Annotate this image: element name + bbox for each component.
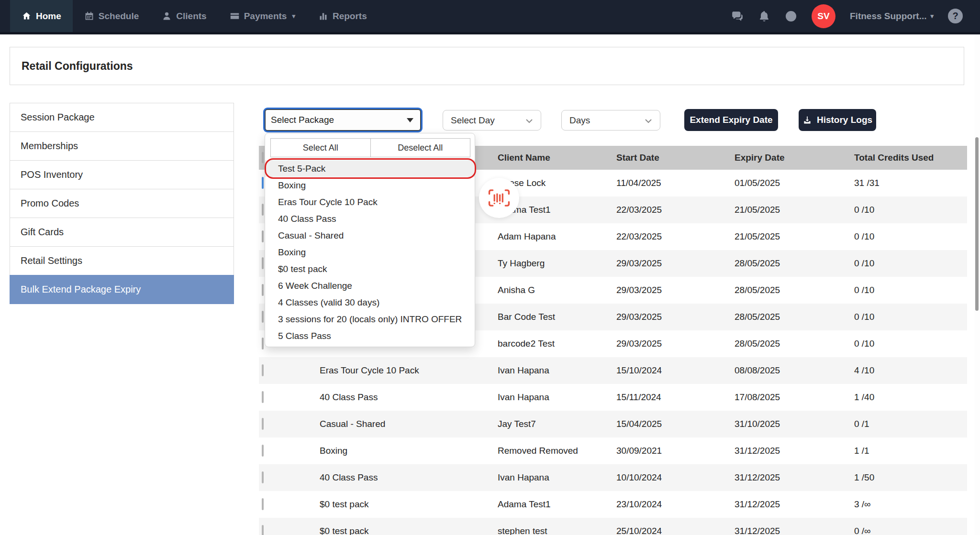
account-name: Fitness Support... [850,11,926,22]
cell-start-date: 23/10/2024 [616,499,735,510]
cell-expiry-date: 31/10/2025 [735,419,854,429]
cell-total-credits: 0 /∞ [854,526,967,535]
cell-client-name: Ivan Hapana [498,365,616,376]
barcode-icon [488,189,510,207]
nav-item-payments[interactable]: Payments ▾ [218,0,307,32]
dropdown-option-casual-shared[interactable]: Casual - Shared [265,227,475,244]
row-checkbox[interactable] [262,177,264,189]
row-checkbox[interactable] [262,284,264,296]
cell-total-credits: 0 /10 [854,205,967,215]
sidebar-item-gift-cards[interactable]: Gift Cards [10,218,234,247]
cell-client-name: Removed Removed [498,446,616,456]
row-checkbox[interactable] [262,498,264,510]
cell-total-credits: 1 /40 [854,392,967,403]
chevron-down-icon [645,115,652,126]
select-all-checkbox[interactable] [262,152,264,164]
sidebar-item-retail-settings[interactable]: Retail Settings [10,246,234,275]
cell-client-name: Anisha G [498,285,616,295]
dropdown-option-0-test-pack[interactable]: $0 test pack [265,261,475,277]
history-logs-button[interactable]: History Logs [799,109,876,131]
package-select[interactable]: Select Package [265,109,421,131]
deselect-all-button[interactable]: Deselect All [370,138,471,157]
messages-icon[interactable] [731,10,744,22]
cell-package-name: 40 Class Pass [320,472,498,483]
dropdown-option-test-5-pack[interactable]: Test 5-Pack [265,160,475,177]
table-row: Casual - Shared Jay Test7 15/04/2025 31/… [259,411,967,437]
dropdown-option-6-week-challenge[interactable]: 6 Week Challenge [265,277,475,294]
dropdown-option-5-class-pass[interactable]: 5 Class Pass [265,328,475,344]
day-select-value: Select Day [451,115,495,126]
clock-icon[interactable] [785,10,797,22]
home-icon [22,11,32,21]
cell-total-credits: 0 /1 [854,419,967,429]
header-client-name: Client Name [498,153,616,163]
dropdown-option-boxing[interactable]: Boxing [265,177,475,194]
nav-item-clients[interactable]: Clients ▾ [150,0,218,32]
calendar-icon [84,11,94,21]
cell-expiry-date: 21/05/2025 [735,231,854,242]
dropdown-option-boxing[interactable]: Boxing [265,244,475,261]
row-checkbox[interactable] [262,364,264,376]
cell-package-name: Casual - Shared [320,419,498,429]
row-checkbox[interactable] [262,257,264,269]
caret-down-icon [407,118,413,122]
barcode-scanner-loader [479,178,519,218]
row-checkbox[interactable] [262,391,264,403]
cell-expiry-date: 31/12/2025 [735,446,854,456]
row-checkbox[interactable] [262,204,264,216]
cell-package-name: Boxing [320,446,498,456]
row-checkbox[interactable] [262,418,264,430]
user-avatar[interactable]: SV [812,4,835,28]
sidebar-item-memberships[interactable]: Memberships [10,131,234,161]
nav-item-schedule[interactable]: Schedule ▾ [73,0,150,32]
row-checkbox[interactable] [262,525,264,535]
navbar-right: SV Fitness Support... ▾ ? [731,0,980,32]
cell-client-name: stephen test [498,526,616,535]
extend-expiry-date-button[interactable]: Extend Expiry Date [684,109,778,131]
dropdown-option-eras-tour-cycle-10-pack[interactable]: Eras Tour Cycle 10 Pack [265,194,475,210]
cell-client-name: Ty Hagberg [498,258,616,269]
cell-total-credits: 0 /10 [854,285,967,295]
scrollbar-track [974,34,980,535]
package-dropdown-panel: Select All Deselect All Test 5-PackBoxin… [265,133,475,347]
notifications-bell-icon[interactable] [758,10,770,22]
cell-expiry-date: 28/05/2025 [735,285,854,295]
help-icon[interactable]: ? [948,9,963,23]
cell-total-credits: 4 /10 [854,365,967,376]
person-icon [162,11,172,21]
dropdown-option-3-sessions-for-20-locals-only-intro-offer[interactable]: 3 sessions for 20 (locals only) INTRO OF… [265,311,475,328]
cell-start-date: 22/03/2025 [616,231,735,242]
cell-start-date: 11/04/2025 [616,178,735,188]
scrollbar-thumb[interactable] [975,137,979,311]
sidebar-item-promo-codes[interactable]: Promo Codes [10,189,234,218]
card-icon [230,11,240,21]
cell-start-date: 29/03/2025 [616,312,735,322]
cell-expiry-date: 21/05/2025 [735,205,854,215]
select-all-button[interactable]: Select All [270,138,371,157]
sidebar-item-pos-inventory[interactable]: POS Inventory [10,160,234,189]
download-icon [802,115,812,125]
nav-item-reports[interactable]: Reports ▾ [307,0,379,32]
dropdown-option-40-class-pass[interactable]: 40 Class Pass [265,210,475,227]
dropdown-option-4-classes-valid-30-days[interactable]: 4 Classes (valid 30 days) [265,294,475,311]
days-select[interactable]: Days [561,110,660,131]
day-select[interactable]: Select Day [443,110,541,131]
account-menu[interactable]: Fitness Support... ▾ [850,11,934,22]
nav-item-home[interactable]: Home ▾ [10,0,73,32]
sidebar-item-bulk-extend-package-expiry[interactable]: Bulk Extend Package Expiry [10,275,234,304]
table-row: Boxing Removed Removed 30/09/2021 31/12/… [259,437,967,464]
cell-total-credits: 3 /∞ [854,499,967,510]
row-checkbox[interactable] [262,311,264,323]
row-checkbox[interactable] [262,471,264,483]
row-checkbox[interactable] [262,338,264,349]
page-title-card: Retail Configurations [10,47,964,85]
page-title: Retail Configurations [22,60,133,73]
cell-total-credits: 0 /10 [854,338,967,349]
row-checkbox[interactable] [262,445,264,457]
cell-client-name: Jay Test7 [498,419,616,429]
sidebar-item-session-package[interactable]: Session Package [10,103,234,132]
chevron-down-icon: ▾ [930,12,934,20]
cell-expiry-date: 28/05/2025 [735,338,854,349]
row-checkbox[interactable] [262,230,264,242]
table-row: 40 Class Pass Ivan Hapana 10/10/2024 31/… [259,464,967,491]
